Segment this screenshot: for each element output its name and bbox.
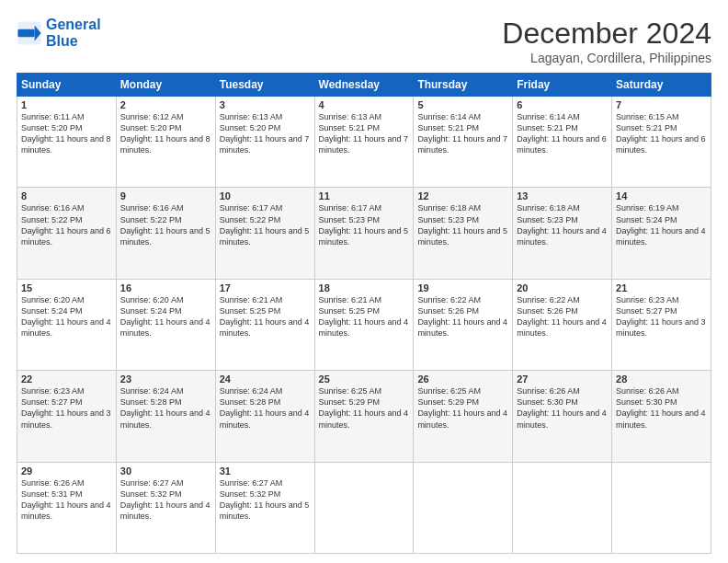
day-number: 7 xyxy=(616,99,707,110)
day-number: 2 xyxy=(120,99,211,110)
svg-rect-2 xyxy=(17,29,34,36)
day-number: 31 xyxy=(220,465,311,477)
day-number: 5 xyxy=(417,99,508,110)
subtitle: Lagayan, Cordillera, Philippines xyxy=(502,51,711,65)
cell-info: Sunrise: 6:27 AMSunset: 5:32 PMDaylight:… xyxy=(220,477,311,523)
day-number: 9 xyxy=(120,190,211,201)
cell-info: Sunrise: 6:16 AMSunset: 5:22 PMDaylight:… xyxy=(120,202,211,247)
cell-info: Sunrise: 6:15 AMSunset: 5:21 PMDaylight:… xyxy=(616,111,707,156)
day-number: 19 xyxy=(417,282,508,293)
cell-info: Sunrise: 6:18 AMSunset: 5:23 PMDaylight:… xyxy=(417,202,508,247)
calendar-cell: 13Sunrise: 6:18 AMSunset: 5:23 PMDayligh… xyxy=(513,188,612,279)
calendar-cell: 17Sunrise: 6:21 AMSunset: 5:25 PMDayligh… xyxy=(215,279,314,370)
calendar-cell: 7Sunrise: 6:15 AMSunset: 5:21 PMDaylight… xyxy=(612,97,711,188)
calendar-cell: 4Sunrise: 6:13 AMSunset: 5:21 PMDaylight… xyxy=(314,97,414,188)
col-header-thursday: Thursday xyxy=(414,74,513,97)
calendar-cell: 6Sunrise: 6:14 AMSunset: 5:21 PMDaylight… xyxy=(513,97,612,188)
week-row-1: 1Sunrise: 6:11 AMSunset: 5:20 PMDaylight… xyxy=(17,97,711,188)
logo-text: General Blue xyxy=(46,17,101,49)
day-number: 23 xyxy=(120,373,211,385)
day-number: 6 xyxy=(517,99,608,110)
day-number: 3 xyxy=(220,99,311,110)
cell-info: Sunrise: 6:17 AMSunset: 5:23 PMDaylight:… xyxy=(319,202,410,247)
day-number: 12 xyxy=(417,190,508,201)
calendar-cell: 18Sunrise: 6:21 AMSunset: 5:25 PMDayligh… xyxy=(314,279,414,370)
cell-info: Sunrise: 6:23 AMSunset: 5:27 PMDaylight:… xyxy=(21,385,112,431)
calendar-cell: 11Sunrise: 6:17 AMSunset: 5:23 PMDayligh… xyxy=(314,188,414,279)
day-number: 29 xyxy=(21,465,112,477)
calendar-cell: 2Sunrise: 6:12 AMSunset: 5:20 PMDaylight… xyxy=(116,97,215,188)
cell-info: Sunrise: 6:11 AMSunset: 5:20 PMDaylight:… xyxy=(21,111,112,156)
cell-info: Sunrise: 6:13 AMSunset: 5:21 PMDaylight:… xyxy=(319,111,410,156)
calendar-cell: 29Sunrise: 6:26 AMSunset: 5:31 PMDayligh… xyxy=(17,462,117,553)
calendar-cell xyxy=(513,462,612,553)
cell-info: Sunrise: 6:27 AMSunset: 5:32 PMDaylight:… xyxy=(120,477,211,523)
calendar-cell: 9Sunrise: 6:16 AMSunset: 5:22 PMDaylight… xyxy=(116,188,215,279)
calendar-cell: 8Sunrise: 6:16 AMSunset: 5:22 PMDaylight… xyxy=(17,188,117,279)
day-number: 21 xyxy=(616,282,707,293)
col-header-saturday: Saturday xyxy=(612,74,711,97)
calendar-table: SundayMondayTuesdayWednesdayThursdayFrid… xyxy=(17,73,711,554)
day-number: 24 xyxy=(220,373,311,385)
day-number: 15 xyxy=(21,282,112,293)
day-number: 27 xyxy=(517,373,608,385)
calendar-cell: 24Sunrise: 6:24 AMSunset: 5:28 PMDayligh… xyxy=(215,371,314,462)
day-number: 1 xyxy=(21,99,112,110)
week-row-5: 29Sunrise: 6:26 AMSunset: 5:31 PMDayligh… xyxy=(17,462,711,553)
calendar-cell: 3Sunrise: 6:13 AMSunset: 5:20 PMDaylight… xyxy=(215,97,314,188)
calendar-cell: 19Sunrise: 6:22 AMSunset: 5:26 PMDayligh… xyxy=(414,279,513,370)
calendar-cell: 30Sunrise: 6:27 AMSunset: 5:32 PMDayligh… xyxy=(116,462,215,553)
col-header-sunday: Sunday xyxy=(17,74,117,97)
cell-info: Sunrise: 6:20 AMSunset: 5:24 PMDaylight:… xyxy=(120,294,211,339)
cell-info: Sunrise: 6:12 AMSunset: 5:20 PMDaylight:… xyxy=(120,111,211,156)
calendar-cell: 25Sunrise: 6:25 AMSunset: 5:29 PMDayligh… xyxy=(314,371,414,462)
day-number: 18 xyxy=(319,282,410,293)
cell-info: Sunrise: 6:21 AMSunset: 5:25 PMDaylight:… xyxy=(220,294,311,339)
main-title: December 2024 xyxy=(502,17,711,51)
calendar-cell: 21Sunrise: 6:23 AMSunset: 5:27 PMDayligh… xyxy=(612,279,711,370)
calendar-cell: 31Sunrise: 6:27 AMSunset: 5:32 PMDayligh… xyxy=(215,462,314,553)
calendar-cell: 15Sunrise: 6:20 AMSunset: 5:24 PMDayligh… xyxy=(17,279,117,370)
day-number: 25 xyxy=(319,373,410,385)
header: General Blue December 2024 Lagayan, Cord… xyxy=(17,17,711,65)
cell-info: Sunrise: 6:13 AMSunset: 5:20 PMDaylight:… xyxy=(220,111,311,156)
cell-info: Sunrise: 6:14 AMSunset: 5:21 PMDaylight:… xyxy=(417,111,508,156)
cell-info: Sunrise: 6:14 AMSunset: 5:21 PMDaylight:… xyxy=(517,111,608,156)
calendar-cell: 23Sunrise: 6:24 AMSunset: 5:28 PMDayligh… xyxy=(116,371,215,462)
logo-general: General xyxy=(46,17,101,32)
logo-blue: Blue xyxy=(46,33,78,49)
cell-info: Sunrise: 6:24 AMSunset: 5:28 PMDaylight:… xyxy=(120,385,211,431)
logo-icon xyxy=(17,20,42,46)
day-number: 10 xyxy=(220,190,311,201)
cell-info: Sunrise: 6:19 AMSunset: 5:24 PMDaylight:… xyxy=(616,202,707,247)
day-number: 22 xyxy=(21,373,112,385)
calendar-cell: 28Sunrise: 6:26 AMSunset: 5:30 PMDayligh… xyxy=(612,371,711,462)
cell-info: Sunrise: 6:22 AMSunset: 5:26 PMDaylight:… xyxy=(517,294,608,339)
col-header-monday: Monday xyxy=(116,74,215,97)
calendar-cell: 12Sunrise: 6:18 AMSunset: 5:23 PMDayligh… xyxy=(414,188,513,279)
day-number: 20 xyxy=(517,282,608,293)
day-number: 13 xyxy=(517,190,608,201)
calendar-cell: 20Sunrise: 6:22 AMSunset: 5:26 PMDayligh… xyxy=(513,279,612,370)
cell-info: Sunrise: 6:26 AMSunset: 5:31 PMDaylight:… xyxy=(21,477,112,523)
day-number: 11 xyxy=(319,190,410,201)
calendar-header-row: SundayMondayTuesdayWednesdayThursdayFrid… xyxy=(17,74,711,97)
day-number: 8 xyxy=(21,190,112,201)
day-number: 17 xyxy=(220,282,311,293)
day-number: 16 xyxy=(120,282,211,293)
cell-info: Sunrise: 6:22 AMSunset: 5:26 PMDaylight:… xyxy=(417,294,508,339)
day-number: 28 xyxy=(616,373,707,385)
day-number: 4 xyxy=(319,99,410,110)
day-number: 14 xyxy=(616,190,707,201)
calendar-cell xyxy=(414,462,513,553)
cell-info: Sunrise: 6:18 AMSunset: 5:23 PMDaylight:… xyxy=(517,202,608,247)
calendar-cell: 14Sunrise: 6:19 AMSunset: 5:24 PMDayligh… xyxy=(612,188,711,279)
calendar-cell: 10Sunrise: 6:17 AMSunset: 5:22 PMDayligh… xyxy=(215,188,314,279)
cell-info: Sunrise: 6:17 AMSunset: 5:22 PMDaylight:… xyxy=(220,202,311,247)
week-row-2: 8Sunrise: 6:16 AMSunset: 5:22 PMDaylight… xyxy=(17,188,711,279)
day-number: 30 xyxy=(120,465,211,477)
week-row-4: 22Sunrise: 6:23 AMSunset: 5:27 PMDayligh… xyxy=(17,371,711,462)
calendar-cell xyxy=(314,462,414,553)
cell-info: Sunrise: 6:25 AMSunset: 5:29 PMDaylight:… xyxy=(319,385,410,431)
cell-info: Sunrise: 6:24 AMSunset: 5:28 PMDaylight:… xyxy=(220,385,311,431)
